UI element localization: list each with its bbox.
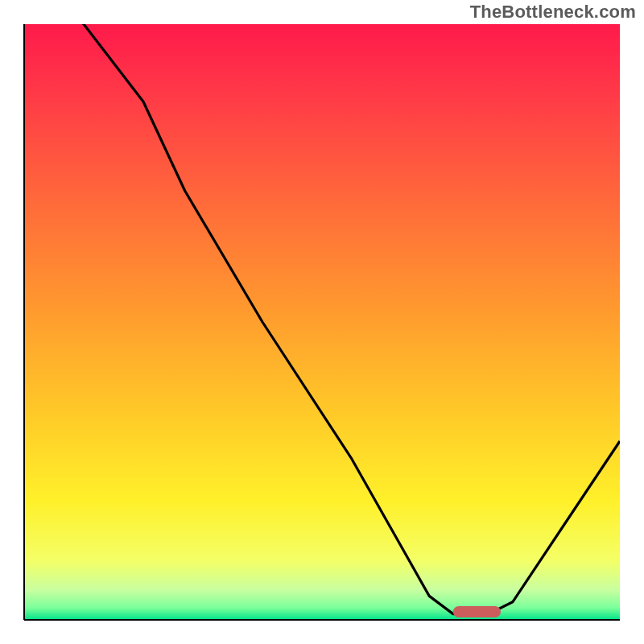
bottleneck-chart bbox=[0, 0, 644, 644]
chart-container: TheBottleneck.com bbox=[0, 0, 644, 644]
optimum-marker bbox=[453, 606, 501, 617]
plot-gradient bbox=[24, 24, 620, 620]
